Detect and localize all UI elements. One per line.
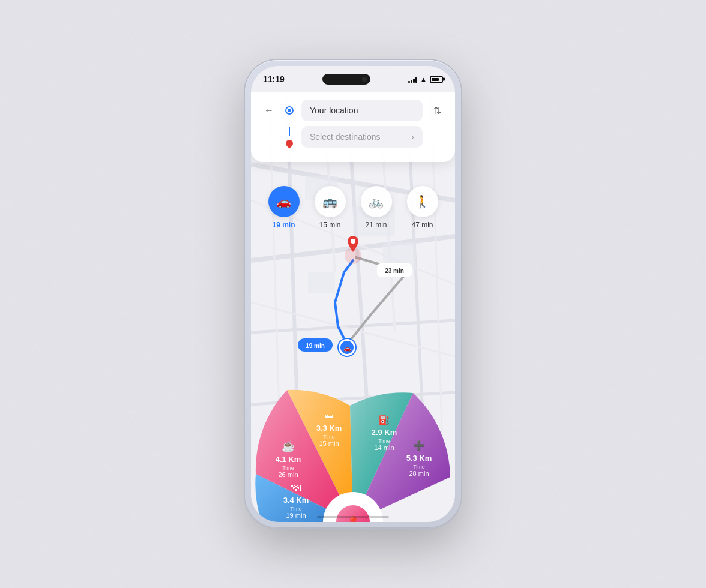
route-dots	[283, 107, 295, 113]
svg-text:19 min: 19 min	[286, 512, 306, 519]
search-inputs: Your location	[301, 100, 423, 121]
svg-text:26 min: 26 min	[278, 471, 298, 478]
home-indicator	[317, 516, 389, 518]
bus-icon: 🚌	[322, 194, 337, 209]
mode-bus[interactable]: 🚌 15 min	[315, 186, 346, 229]
origin-dot	[286, 107, 292, 113]
svg-text:19 min: 19 min	[306, 343, 325, 349]
svg-text:🛏: 🛏	[324, 410, 334, 421]
svg-text:28 min: 28 min	[409, 470, 429, 477]
phone-screen: 11:19 ▲	[251, 66, 455, 522]
svg-text:➕: ➕	[413, 440, 425, 451]
mode-circle-bike[interactable]: 🚲	[361, 186, 392, 217]
svg-text:15 min: 15 min	[319, 440, 339, 447]
wifi-icon: ▲	[420, 76, 427, 83]
mode-car[interactable]: 🚗 19 min	[268, 186, 300, 229]
status-time: 11:19	[263, 74, 285, 84]
mode-bike[interactable]: 🚲 21 min	[361, 186, 392, 229]
notch	[322, 74, 370, 85]
svg-text:2.9 Km: 2.9 Km	[372, 428, 397, 437]
car-time: 19 min	[272, 221, 295, 229]
svg-text:Time: Time	[290, 506, 302, 512]
svg-text:4.1 Km: 4.1 Km	[276, 455, 301, 464]
bottom-fan-panel: ☕ 4.1 Km Time 26 min 🛏 3.3 Km Time 15 mi…	[251, 360, 455, 522]
svg-text:☕: ☕	[282, 440, 295, 453]
svg-text:3.3 Km: 3.3 Km	[316, 424, 342, 433]
svg-text:5.3 Km: 5.3 Km	[406, 454, 432, 463]
svg-text:3.4 Km: 3.4 Km	[283, 496, 309, 505]
bike-time: 21 min	[365, 221, 387, 229]
destination-inputs: Select destinations ›	[301, 126, 423, 148]
phone-body: 11:19 ▲	[245, 60, 461, 528]
mode-circle-walk[interactable]: 🚶	[407, 186, 438, 217]
mode-walk[interactable]: 🚶 47 min	[407, 186, 438, 229]
bike-icon: 🚲	[369, 194, 384, 209]
destination-pin-dot	[285, 139, 295, 149]
transport-modes: 🚗 19 min 🚌 15 min 🚲 21 min	[251, 186, 455, 229]
notch-dot	[362, 77, 367, 82]
car-icon: 🚗	[276, 194, 291, 209]
mode-circle-bus[interactable]: 🚌	[315, 186, 346, 217]
svg-text:14 min: 14 min	[374, 444, 394, 451]
svg-text:Time: Time	[323, 434, 335, 440]
svg-text:🍽: 🍽	[291, 482, 301, 493]
search-panel: ← Your location ⇅	[251, 92, 455, 162]
svg-text:🚗: 🚗	[343, 344, 351, 352]
swap-button[interactable]: ⇅	[429, 102, 445, 119]
status-icons: ▲	[408, 76, 443, 83]
svg-text:23 min: 23 min	[385, 268, 404, 274]
svg-text:⛽: ⛽	[378, 414, 390, 425]
status-bar: 11:19 ▲	[251, 66, 455, 92]
battery-icon	[430, 76, 443, 83]
mode-circle-car[interactable]: 🚗	[268, 186, 300, 217]
phone-frame: 11:19 ▲	[245, 60, 461, 528]
origin-input[interactable]: Your location	[301, 100, 423, 121]
svg-text:Time: Time	[282, 465, 294, 471]
walk-icon: 🚶	[415, 194, 430, 209]
destination-dots	[283, 127, 295, 147]
destination-row: Select destinations ›	[261, 126, 445, 148]
back-button[interactable]: ←	[261, 102, 277, 119]
search-row: ← Your location ⇅	[261, 100, 445, 121]
svg-text:Time: Time	[378, 438, 390, 444]
signal-icon	[408, 76, 417, 83]
svg-text:Time: Time	[413, 464, 425, 470]
walk-time: 47 min	[411, 221, 433, 229]
svg-point-25	[351, 239, 355, 244]
bus-time: 15 min	[319, 221, 340, 229]
destination-input[interactable]: Select destinations ›	[301, 126, 423, 148]
